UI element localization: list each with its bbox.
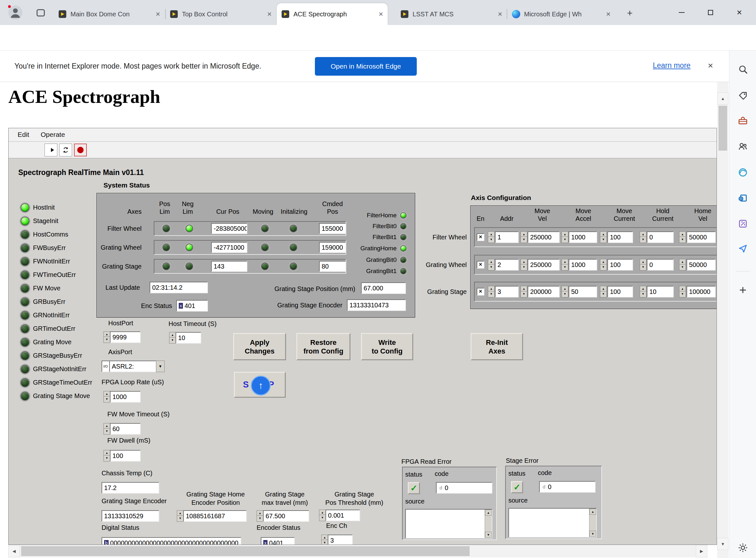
edge-browser-icon[interactable] [738,167,748,178]
fpga-loop-rate-spinner[interactable] [104,391,110,403]
fw-dwell-field[interactable]: 100 [110,450,141,461]
run-button[interactable] [45,144,57,156]
reinit-axes-button[interactable]: Re-InitAxes [470,333,523,360]
close-window-button[interactable]: × [732,5,747,20]
filter-wheel-move-accel-spinner[interactable] [562,231,568,243]
encoder-status-radix[interactable]: x [263,540,268,545]
grating-stage-addr-spinner[interactable] [488,286,494,298]
scroll-right-button[interactable]: ▶ [696,545,707,557]
fw-move-timeout-field[interactable]: 60 [110,423,141,435]
filter-wheel-home-vel-spinner[interactable] [679,231,685,243]
gs-max-travel-spinner[interactable] [256,510,263,522]
gs-max-travel-field[interactable]: 67.500 [263,510,309,522]
grating-stage-home-vel-spinner[interactable] [679,286,685,298]
scroll-up-icon[interactable]: ▲ [485,510,492,516]
scroll-down-icon[interactable]: ▼ [589,531,596,537]
grating-stage-hold-current-spinner[interactable] [640,286,646,298]
abort-button[interactable] [74,144,87,156]
scroll-down-button[interactable]: ▼ [717,538,728,550]
settings-icon[interactable] [738,542,748,553]
grating-stage-home-vel[interactable]: 100000 [686,286,716,298]
fpga-loop-rate-field[interactable]: 1000 [110,391,141,403]
stage-source-scrollbar[interactable]: ▲▼ [589,509,596,537]
grating-stage-move-current[interactable]: 100 [608,286,633,298]
grating-stage-enable-checkbox[interactable]: × [477,288,484,296]
grating-stage-addr[interactable]: 3 [495,286,519,298]
tab-actions-icon[interactable] [35,7,46,18]
scroll-left-button[interactable]: ◀ [8,545,20,557]
new-tab-button[interactable]: + [624,8,636,19]
drop-icon[interactable] [738,244,748,254]
tab-top-box-control[interactable]: Top Box Control× [165,3,276,25]
grating-wheel-move-accel-spinner[interactable] [562,259,568,271]
grating-stage-hold-current[interactable]: 10 [647,286,674,298]
maximize-button[interactable] [703,5,718,20]
grating-wheel-hold-current-spinner[interactable] [640,259,646,271]
digital-status-radix[interactable]: b [104,540,109,545]
axisport-field[interactable]: ASRL2: [109,360,156,372]
tab-close-icon[interactable]: × [606,10,611,18]
tab-microsoft-edge-wh[interactable]: Microsoft Edge | Wh× [507,3,615,25]
tab-ace-spectrograph[interactable]: ACE Spectrograph× [277,3,387,25]
learn-more-link[interactable]: Learn more [653,61,691,70]
grating-wheel-addr[interactable]: 2 [495,259,519,271]
page-vertical-scrollbar[interactable]: ▲ ▼ [717,82,728,558]
write-to-config-button[interactable]: Writeto Config [361,333,413,360]
banner-close-button[interactable]: × [703,59,718,73]
profile-avatar[interactable] [8,5,22,20]
host-timeout-field[interactable]: 10 [176,332,201,344]
grating-wheel-move-vel-spinner[interactable] [520,259,526,271]
hostport-spinner[interactable] [104,331,110,343]
minimize-button[interactable] [675,5,689,20]
fpga-source-area[interactable]: ▲▼ [405,509,492,538]
enc-status-radix[interactable]: x [179,303,183,309]
people-icon[interactable] [738,141,748,152]
axisport-dropdown-button[interactable]: ▼ [156,360,165,372]
grating-wheel-hold-current[interactable]: 0 [647,259,674,271]
grating-wheel-home-vel-spinner[interactable] [679,259,685,271]
filter-wheel-move-accel[interactable]: 1000 [569,231,597,243]
grating-wheel-move-current[interactable]: 100 [608,259,633,271]
apply-changes-button[interactable]: ApplyChanges [233,333,286,360]
host-timeout-spinner[interactable] [169,332,175,344]
tab-close-icon[interactable]: × [379,10,383,18]
tab-main-box-dome-con[interactable]: Main Box Dome Con× [54,3,165,25]
filter-wheel-hold-current-spinner[interactable] [640,231,646,243]
gs-home-encoder-spinner[interactable] [177,510,183,522]
gs-pos-threshold-field[interactable]: 0.001 [325,510,360,521]
horizontal-scroll-thumb[interactable] [21,546,469,556]
filter-wheel-hold-current[interactable]: 0 [647,231,674,243]
filter-wheel-addr-spinner[interactable] [488,231,494,243]
filter-wheel-move-current[interactable]: 100 [608,231,633,243]
filter-wheel-move-vel-spinner[interactable] [520,231,526,243]
outlook-icon[interactable] [738,193,748,203]
vertical-scroll-thumb[interactable] [719,106,727,151]
grating-wheel-addr-spinner[interactable] [488,259,494,271]
fpga-source-scrollbar[interactable]: ▲▼ [485,510,492,538]
grating-stage-move-current-spinner[interactable] [600,286,606,298]
tab-close-icon[interactable]: × [156,10,160,18]
add-icon[interactable] [738,285,748,295]
filter-wheel-addr[interactable]: 1 [495,231,519,243]
filter-wheel-move-current-spinner[interactable] [600,231,606,243]
search-icon[interactable] [738,64,748,74]
gs-pos-threshold-spinner[interactable] [319,510,325,521]
tab-lsst-at-mcs[interactable]: LSST AT MCS× [396,3,507,25]
page-horizontal-scrollbar[interactable]: ◀ ▶ [8,545,707,557]
fw-dwell-spinner[interactable] [104,450,110,461]
open-in-edge-button[interactable]: Open in Microsoft Edge [315,57,417,76]
hostport-field[interactable]: 9999 [110,331,141,343]
scroll-down-icon[interactable]: ▼ [485,532,492,538]
fw-move-timeout-spinner[interactable] [104,423,110,435]
toolbox-icon[interactable] [738,116,748,126]
tab-close-icon[interactable]: × [267,10,272,18]
stage-source-area[interactable]: ▲▼ [508,508,597,537]
filter-wheel-home-vel[interactable]: 50000 [686,231,716,243]
grating-wheel-home-vel[interactable]: 50000 [686,259,716,271]
shopping-icon[interactable] [738,91,748,101]
tab-close-icon[interactable]: × [498,10,502,18]
menu-edit[interactable]: Edit [18,131,29,138]
grating-stage-move-vel-spinner[interactable] [520,286,526,298]
grating-wheel-move-accel[interactable]: 1000 [569,259,597,271]
stop-button[interactable]: STOP ↑ [234,372,286,398]
